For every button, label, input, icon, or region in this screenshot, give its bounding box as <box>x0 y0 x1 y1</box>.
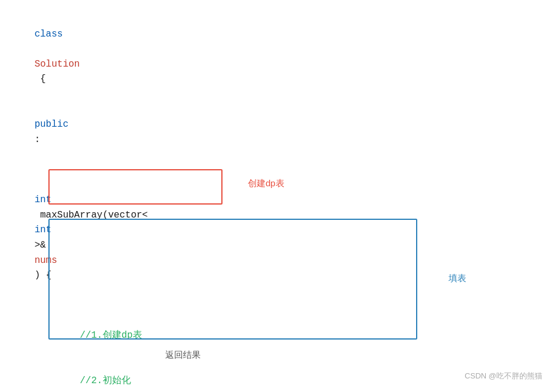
code-line-5: //1.创建dp表 <box>12 314 541 359</box>
annotation-create-dp: 创建dp表 <box>248 176 284 190</box>
keyword-public: public <box>34 119 68 130</box>
annotation-return: 返回结果 <box>165 348 201 362</box>
keyword-int-1: int <box>34 195 51 205</box>
comment-1: //1.创建dp表 <box>34 330 142 341</box>
code-line-1: class Solution { <box>12 12 541 103</box>
keyword-int-template: int <box>34 225 51 235</box>
param-nums: nums <box>34 255 57 266</box>
class-name: Solution <box>34 59 80 70</box>
comment-2: //2.初始化 <box>34 375 130 386</box>
code-line-6: //2.初始化 <box>12 359 541 392</box>
keyword-class: class <box>34 29 63 39</box>
code-line-4 <box>12 298 541 314</box>
code-line-2: public : <box>12 103 541 163</box>
annotation-fill-table: 填表 <box>449 271 466 285</box>
code-area: class Solution { public : int maxSubArra… <box>0 0 553 392</box>
watermark: CSDN @吃不胖的熊猫 <box>464 371 542 381</box>
